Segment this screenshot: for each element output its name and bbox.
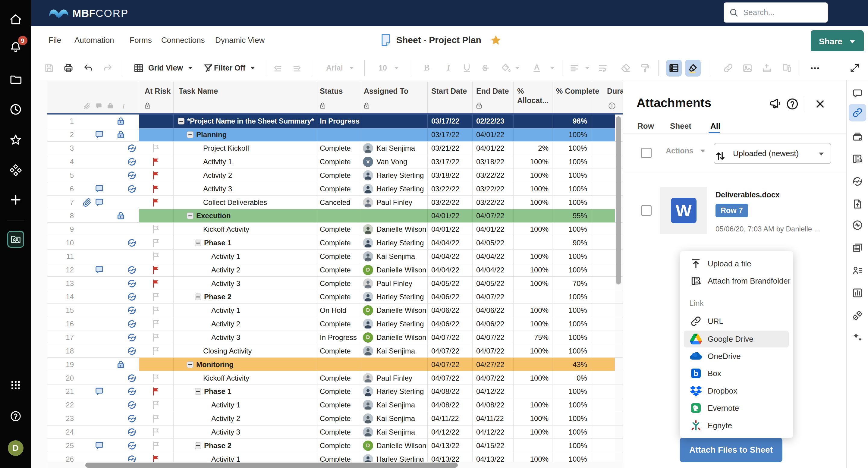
panel-close-icon[interactable] (814, 98, 826, 110)
cell-duration[interactable] (591, 277, 615, 290)
cell-status[interactable]: Complete (316, 182, 360, 195)
cell-task-name[interactable]: Closing Activity (173, 344, 316, 358)
cell-start-date[interactable]: 04/11/22 (427, 412, 472, 426)
grid-row-23[interactable]: 23Activity 2CompleteKai Senjima04/11/220… (47, 412, 623, 426)
row-handle[interactable]: 10 (47, 236, 139, 250)
cell-percent-complete[interactable]: 100% (552, 155, 591, 169)
cell-assigned-to[interactable]: Kai Senjima (360, 250, 427, 263)
row-comment-icon[interactable] (94, 441, 104, 450)
grid-row-19[interactable]: 19Monitoring04/07/2204/27/2243% (47, 358, 623, 371)
collapse-toggle[interactable] (178, 118, 184, 124)
cell-status[interactable]: Complete (316, 385, 360, 398)
cell-percent-allocated[interactable]: 100% (513, 168, 552, 182)
cell-percent-complete[interactable]: 100% (552, 412, 591, 426)
rail-item-contacts[interactable] (846, 264, 868, 276)
cell-task-name[interactable]: Activity 1 (173, 250, 316, 263)
row-handle[interactable]: 12 (47, 263, 139, 277)
cell-end-date[interactable]: 04/06/22 (472, 304, 513, 317)
cell-end-date[interactable]: 04/07/22 (472, 344, 513, 358)
grid-row-8[interactable]: 8Execution04/01/2204/07/2295% (47, 209, 623, 223)
cell-task-name[interactable]: Activity 1 (173, 304, 316, 317)
cell-percent-allocated[interactable]: 2% (513, 142, 552, 155)
cell-task-name[interactable]: Monitoring (173, 358, 316, 371)
cell-duration[interactable] (591, 344, 615, 358)
cell-percent-complete[interactable]: 70% (552, 277, 591, 290)
cell-start-date[interactable]: 04/07/22 (427, 331, 472, 344)
cell-task-name[interactable]: Phase 1 (173, 236, 316, 250)
attachment-row-badge[interactable]: Row 7 (715, 204, 748, 217)
cell-end-date[interactable]: 02/22/23 (472, 115, 513, 128)
cell-at-risk[interactable] (139, 331, 173, 344)
toolbar-wrap-text-button[interactable] (597, 54, 608, 82)
cell-status[interactable]: In Progress (316, 115, 360, 128)
grid-row-24[interactable]: 24Activity 3CompleteKai Senjima04/12/220… (47, 426, 623, 439)
row-handle[interactable]: 4 (47, 155, 139, 169)
sidebar-item-bell[interactable]: 9 (0, 39, 31, 55)
cell-percent-allocated[interactable]: 100% (513, 344, 552, 358)
cell-percent-allocated[interactable]: 100% (513, 412, 552, 426)
cell-assigned-to[interactable]: Harley Sterling (360, 168, 427, 182)
row-update-icon[interactable] (127, 441, 137, 450)
cell-end-date[interactable]: 04/07/22 (472, 331, 513, 344)
row-handle[interactable]: 7 (47, 195, 139, 209)
grid-row-3[interactable]: 3Project KickoffCompleteKai Senjima03/21… (47, 142, 623, 155)
row-comment-icon[interactable] (94, 387, 104, 397)
cell-percent-complete[interactable]: 43% (552, 358, 591, 371)
cell-assigned-to[interactable]: Paul Finley (360, 277, 427, 290)
grid-row-22[interactable]: 22Activity 1CompleteKai Senjima04/08/220… (47, 398, 623, 412)
rail-item-update-requests[interactable] (846, 176, 868, 187)
cell-percent-allocated[interactable]: 100% (513, 304, 552, 317)
row-update-icon[interactable] (127, 157, 137, 167)
cell-end-date[interactable]: 04/01/22 (472, 223, 513, 236)
menu-dynamic-view[interactable]: Dynamic View (215, 26, 265, 51)
menu-item-google-drive[interactable]: Google Drive (684, 331, 789, 347)
cell-task-name[interactable]: Activity 3 (173, 277, 316, 290)
grid-row-13[interactable]: 13Activity 3CompletePaul Finley04/05/220… (47, 277, 623, 290)
rail-item-attachments-link[interactable] (849, 104, 866, 121)
cell-at-risk[interactable] (139, 209, 173, 223)
cell-end-date[interactable]: 04/07/22 (472, 290, 513, 304)
cell-duration[interactable] (591, 304, 615, 317)
cell-percent-allocated[interactable] (513, 358, 552, 371)
row-handle[interactable]: 20 (47, 371, 139, 385)
cell-percent-allocated[interactable]: 100% (513, 317, 552, 331)
cell-at-risk[interactable] (139, 358, 173, 371)
cell-percent-complete[interactable]: 100% (552, 263, 591, 277)
cell-start-date[interactable]: 03/17/22 (427, 115, 472, 128)
cell-end-date[interactable]: 04/27/22 (472, 358, 513, 371)
menu-item-box[interactable]: bBox (684, 365, 789, 382)
sidebar-item-apps-grid[interactable] (0, 377, 31, 393)
cell-percent-complete[interactable]: 100% (552, 304, 591, 317)
cell-duration[interactable] (591, 385, 615, 398)
row-handle[interactable]: 13 (47, 277, 139, 290)
cell-duration[interactable] (591, 398, 615, 412)
cell-status[interactable]: Complete (316, 263, 360, 277)
rail-item-summary[interactable] (846, 242, 868, 253)
cell-start-date[interactable]: 04/04/22 (427, 263, 472, 277)
row-handle[interactable]: 24 (47, 426, 139, 439)
cell-start-date[interactable]: 04/01/22 (427, 223, 472, 236)
cell-end-date[interactable]: 04/07/22 (472, 371, 513, 385)
row-lock-icon[interactable] (116, 116, 126, 126)
cell-percent-allocated[interactable]: 100% (513, 277, 552, 290)
row-handle[interactable]: 22 (47, 398, 139, 412)
cell-duration[interactable] (591, 128, 615, 142)
cell-percent-allocated[interactable]: 100% (513, 263, 552, 277)
cell-status[interactable]: Complete (316, 371, 360, 385)
menu-connections[interactable]: Connections (161, 26, 205, 51)
collapse-toggle[interactable] (187, 361, 193, 368)
cell-status[interactable]: Complete (316, 344, 360, 358)
actions-dropdown[interactable]: Actions (666, 147, 693, 155)
collapse-toggle[interactable] (195, 442, 201, 449)
cell-end-date[interactable]: 04/05/22 (472, 236, 513, 250)
cell-at-risk[interactable] (139, 304, 173, 317)
cell-percent-allocated[interactable]: 100% (513, 195, 552, 209)
cell-start-date[interactable]: 04/01/22 (427, 209, 472, 223)
column-header-8[interactable]: Dura... (607, 87, 623, 96)
sidebar-item-star[interactable] (0, 132, 31, 148)
cell-end-date[interactable]: 04/01/22 (472, 128, 513, 142)
toolbar-italic-button[interactable]: I (443, 54, 454, 82)
cell-percent-allocated[interactable]: 100% (513, 250, 552, 263)
grid-row-1[interactable]: 1*Project Name in the Sheet Summary*In P… (47, 115, 623, 128)
cell-percent-complete[interactable]: 100% (552, 290, 591, 304)
